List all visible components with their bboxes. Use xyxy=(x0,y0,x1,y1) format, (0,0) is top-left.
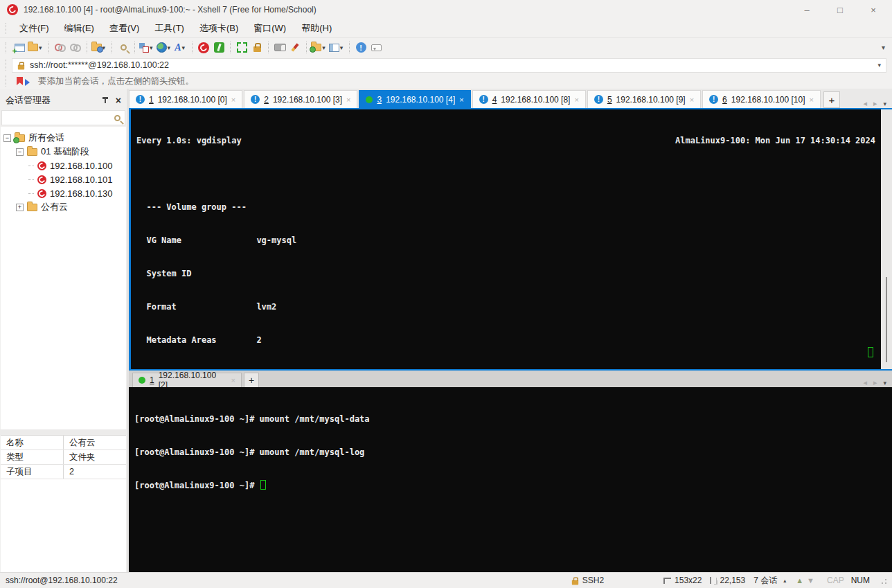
terminal-watch-vgdisplay[interactable]: Every 1.0s: vgdisplay AlmaLinux9-100: Mo… xyxy=(129,109,892,369)
tab-close-icon[interactable]: × xyxy=(810,96,814,104)
tab-close-icon[interactable]: × xyxy=(690,96,694,104)
terminal-shell[interactable]: [root@AlmaLinux9-100 ~]# umount /mnt/mys… xyxy=(129,387,892,572)
virtual-keyboard-button[interactable] xyxy=(273,39,287,56)
tree-item-session-101[interactable]: 192.168.10.101 xyxy=(1,172,126,186)
highlight-button[interactable] xyxy=(288,39,302,56)
open-session-button[interactable]: ▾ xyxy=(28,39,44,56)
new-tab-button[interactable]: + xyxy=(823,91,840,108)
session-icon xyxy=(37,161,46,170)
bottom-tab-session-1[interactable]: 1 192.168.10.100 [2] × xyxy=(132,373,242,387)
tree-label[interactable]: 01 基础阶段 xyxy=(41,145,89,158)
xshell-logo-icon xyxy=(7,4,18,15)
toolbar-grip xyxy=(6,23,9,34)
tab-session-1[interactable]: ! 1 192.168.10.100 [0] × xyxy=(129,90,242,108)
expand-icon[interactable]: + xyxy=(16,204,24,211)
help-button[interactable]: ! xyxy=(354,39,368,56)
menu-file[interactable]: 文件(F) xyxy=(12,19,57,37)
session-count-caret[interactable]: ▴ xyxy=(783,578,786,584)
address-url[interactable]: ssh://root:******@192.168.10.100:22 xyxy=(30,60,169,70)
tab-session-4[interactable]: ! 4 192.168.10.100 [8] × xyxy=(472,90,586,108)
new-terminal-button[interactable] xyxy=(12,39,26,56)
font-caret[interactable]: ▾ xyxy=(182,44,186,51)
tree-label[interactable]: 192.168.10.130 xyxy=(50,188,112,199)
tab-list-caret[interactable]: ▾ xyxy=(883,100,886,107)
address-field[interactable]: ssh://root:******@192.168.10.100:22 ▾ xyxy=(12,58,886,73)
tab-scroll-right-icon[interactable]: ▸ xyxy=(873,99,877,108)
tree-label[interactable]: 192.168.10.101 xyxy=(50,175,112,185)
window-layout-button[interactable]: ▾ xyxy=(329,39,346,56)
new-terminal-icon xyxy=(15,44,25,52)
status-session-count[interactable]: 7 会话 ▴ xyxy=(753,575,786,587)
tab-scroll-left-icon[interactable]: ◂ xyxy=(863,378,867,387)
tab-list-caret[interactable]: ▾ xyxy=(883,380,886,386)
tab-scroll-right-icon[interactable]: ▸ xyxy=(873,378,877,387)
tab-close-icon[interactable]: × xyxy=(346,96,350,104)
disconnect-button[interactable] xyxy=(53,39,67,56)
feedback-button[interactable] xyxy=(369,39,383,56)
watch-command: Every 1.0s: vgdisplay xyxy=(136,135,242,146)
resize-grip[interactable] xyxy=(880,577,886,584)
tree-item-folder-public-cloud[interactable]: + 公有云 xyxy=(1,200,126,214)
tab-session-5[interactable]: ! 5 192.168.10.100 [9] × xyxy=(587,90,701,108)
menu-window[interactable]: 窗口(W) xyxy=(246,19,294,37)
tab-scroll-left-icon[interactable]: ◂ xyxy=(863,99,867,108)
tree-item-folder-basics[interactable]: − 01 基础阶段 xyxy=(1,145,126,159)
font-button[interactable]: A▾ xyxy=(174,39,188,56)
encoding-caret[interactable]: ▾ xyxy=(168,44,171,51)
new-file-caret[interactable]: ▾ xyxy=(322,44,325,51)
menu-edit[interactable]: 编辑(E) xyxy=(57,19,102,37)
menu-tabs[interactable]: 选项卡(B) xyxy=(192,19,246,37)
tree-item-session-100[interactable]: 192.168.10.100 xyxy=(1,159,126,172)
open-session-caret[interactable]: ▾ xyxy=(39,44,42,51)
bottom-new-tab-button[interactable]: + xyxy=(244,373,259,387)
tab-close-icon[interactable]: × xyxy=(574,96,578,104)
encoding-button[interactable]: ▾ xyxy=(157,39,173,56)
close-button[interactable]: × xyxy=(868,5,878,15)
sidebar-splitter[interactable] xyxy=(0,429,127,435)
session-properties-icon xyxy=(91,44,102,51)
layout-select-caret[interactable]: ▾ xyxy=(150,44,153,51)
layout-select-button[interactable]: ▾ xyxy=(139,39,155,56)
find-button[interactable] xyxy=(116,39,130,56)
tree-item-session-130[interactable]: 192.168.10.130 xyxy=(1,186,126,200)
maximize-button[interactable]: □ xyxy=(835,5,845,15)
scroll-down-icon[interactable]: ▼ xyxy=(807,576,814,585)
tab-session-6[interactable]: ! 6 192.168.10.100 [10] × xyxy=(702,90,821,108)
tab-close-icon[interactable]: × xyxy=(459,96,463,104)
fullscreen-button[interactable] xyxy=(235,39,249,56)
tree-label[interactable]: 所有会话 xyxy=(28,132,64,144)
sidebar-close-icon[interactable]: × xyxy=(116,95,121,106)
session-properties-button[interactable]: ▾ xyxy=(91,39,108,56)
tab-session-3-active[interactable]: 3 192.168.10.100 [4] × xyxy=(359,90,470,108)
tree-item-all-sessions[interactable]: − 所有会话 xyxy=(1,131,126,145)
tree-label[interactable]: 公有云 xyxy=(41,201,68,213)
reconnect-button[interactable] xyxy=(69,39,82,56)
address-dropdown-caret[interactable]: ▾ xyxy=(877,62,881,69)
scrollbar-thumb[interactable] xyxy=(886,277,887,362)
new-file-button[interactable]: ▾ xyxy=(311,39,328,56)
xshell-button[interactable] xyxy=(197,39,211,56)
chat-icon xyxy=(371,44,382,51)
collapse-icon[interactable]: − xyxy=(16,148,24,156)
tree-label[interactable]: 192.168.10.100 xyxy=(50,161,112,171)
session-search-input[interactable] xyxy=(1,110,125,125)
window-layout-caret[interactable]: ▾ xyxy=(340,44,344,51)
pin-icon[interactable] xyxy=(102,96,109,105)
menu-help[interactable]: 帮助(H) xyxy=(294,19,339,37)
session-manager-panel: 会话管理器 × − 所有会话 − 01 基础阶段 192.168.10.100 xyxy=(0,89,129,572)
menu-view[interactable]: 查看(V) xyxy=(102,19,147,37)
session-tree: − 所有会话 − 01 基础阶段 192.168.10.100 192.168.… xyxy=(1,127,126,429)
minimize-button[interactable]: – xyxy=(802,5,812,15)
tab-close-icon[interactable]: × xyxy=(231,376,235,384)
help-icon: ! xyxy=(356,42,366,53)
toolbar-overflow-caret[interactable]: ▾ xyxy=(882,44,892,51)
collapse-icon[interactable]: − xyxy=(3,134,11,142)
property-row-type: 类型 文件夹 xyxy=(1,450,126,465)
lock-screen-button[interactable] xyxy=(250,39,264,56)
terminal-scrollbar[interactable] xyxy=(881,109,892,369)
xftp-button[interactable] xyxy=(212,39,226,56)
scroll-up-icon[interactable]: ▲ xyxy=(796,576,803,585)
tab-close-icon[interactable]: × xyxy=(231,96,235,104)
menu-tools[interactable]: 工具(T) xyxy=(147,19,192,37)
tab-session-2[interactable]: ! 2 192.168.10.100 [3] × xyxy=(244,90,357,108)
